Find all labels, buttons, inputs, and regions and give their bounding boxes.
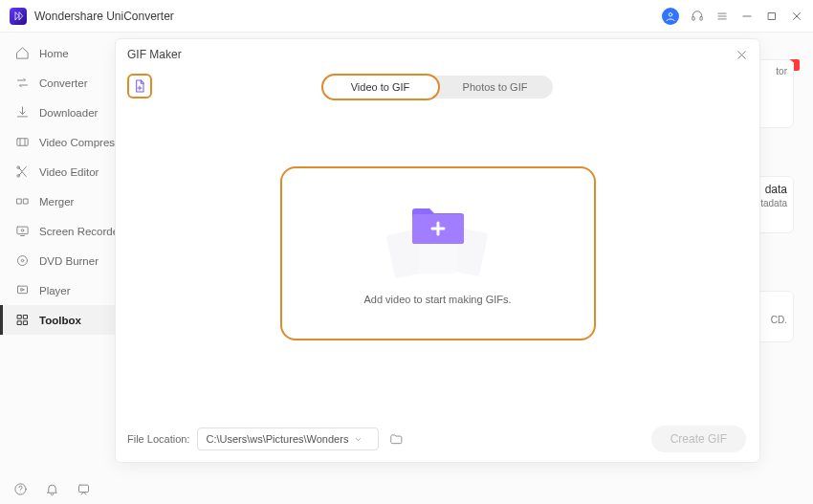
svg-rect-23	[24, 321, 28, 325]
add-file-button[interactable]	[127, 74, 152, 99]
svg-point-11	[17, 166, 20, 169]
gif-maker-modal: GIF Maker Video to GIF Photos to GIF	[115, 38, 760, 463]
svg-point-16	[21, 230, 24, 232]
sidebar-label: Downloader	[39, 107, 98, 119]
sidebar-item-dvd[interactable]: DVD Burner	[0, 246, 115, 275]
title-bar: Wondershare UniConverter	[0, 0, 813, 33]
file-location-value: C:\Users\ws\Pictures\Wonders	[206, 433, 348, 445]
drop-zone[interactable]: Add video to start making GIFs.	[280, 166, 596, 340]
sidebar-label: DVD Burner	[39, 255, 99, 267]
modal-footer: File Location: C:\Users\ws\Pictures\Wond…	[127, 426, 746, 452]
sidebar-item-toolbox[interactable]: Toolbox	[0, 305, 115, 335]
bottom-tray	[13, 482, 91, 496]
sidebar-label: Toolbox	[39, 315, 81, 326]
sidebar-item-player[interactable]: Player	[0, 275, 115, 305]
headset-icon[interactable]	[691, 10, 704, 23]
svg-point-34	[20, 492, 21, 493]
sidebar: Home Converter Downloader Video Compress…	[0, 33, 115, 472]
svg-rect-19	[18, 286, 28, 294]
sidebar-label: Player	[39, 285, 71, 296]
mode-segment: Video to GIF Photos to GIF	[323, 76, 553, 99]
sidebar-item-merger[interactable]: Merger	[0, 186, 115, 216]
sidebar-item-recorder[interactable]: Screen Recorder	[0, 216, 115, 246]
close-icon[interactable]	[736, 49, 748, 61]
minimize-button[interactable]	[740, 10, 754, 23]
content-area: NEW tor data etadata CD. GIF Maker Video…	[115, 33, 813, 472]
svg-rect-21	[24, 316, 28, 319]
svg-rect-20	[18, 316, 22, 319]
app-title: Wondershare UniConverter	[34, 10, 174, 23]
sidebar-item-editor[interactable]: Video Editor	[0, 157, 115, 186]
tab-photos-to-gif[interactable]: Photos to GIF	[438, 76, 553, 99]
tab-video-to-gif[interactable]: Video to GIF	[323, 76, 438, 99]
bell-icon[interactable]	[45, 482, 59, 496]
app-logo	[10, 8, 27, 25]
sidebar-label: Converter	[39, 77, 88, 89]
svg-rect-7	[769, 12, 776, 19]
file-location-select[interactable]: C:\Users\ws\Pictures\Wonders	[197, 427, 379, 450]
svg-point-17	[18, 256, 28, 266]
sidebar-item-home[interactable]: Home	[0, 38, 115, 68]
svg-point-18	[21, 259, 24, 262]
help-icon[interactable]	[13, 482, 28, 496]
svg-rect-35	[79, 485, 89, 493]
sidebar-label: Video Editor	[39, 166, 99, 178]
svg-rect-10	[17, 139, 28, 146]
hamburger-icon[interactable]	[715, 10, 729, 23]
svg-point-12	[17, 175, 20, 178]
close-window-button[interactable]	[790, 10, 803, 23]
chevron-down-icon	[354, 435, 363, 444]
sidebar-label: Home	[39, 48, 69, 59]
sidebar-label: Screen Recorder	[39, 226, 115, 237]
svg-rect-1	[692, 16, 694, 19]
account-icon[interactable]	[662, 8, 679, 25]
maximize-button[interactable]	[765, 10, 779, 23]
sidebar-item-compressor[interactable]: Video Compressor	[0, 127, 115, 157]
drop-zone-text: Add video to start making GIFs.	[363, 294, 511, 305]
open-folder-button[interactable]	[386, 432, 406, 446]
create-gif-button[interactable]: Create GIF	[651, 426, 746, 452]
svg-rect-13	[17, 199, 21, 204]
file-location-label: File Location:	[127, 433, 189, 445]
svg-rect-22	[18, 321, 22, 325]
feedback-icon[interactable]	[77, 482, 91, 496]
sidebar-label: Video Compressor	[39, 137, 115, 148]
svg-rect-2	[700, 16, 702, 19]
modal-title: GIF Maker	[127, 48, 182, 61]
svg-rect-14	[24, 199, 28, 204]
folder-plus-icon	[410, 202, 466, 246]
svg-rect-15	[17, 227, 28, 234]
svg-point-0	[669, 12, 672, 16]
sidebar-label: Merger	[39, 196, 74, 208]
sidebar-item-converter[interactable]: Converter	[0, 68, 115, 98]
sidebar-item-downloader[interactable]: Downloader	[0, 98, 115, 127]
